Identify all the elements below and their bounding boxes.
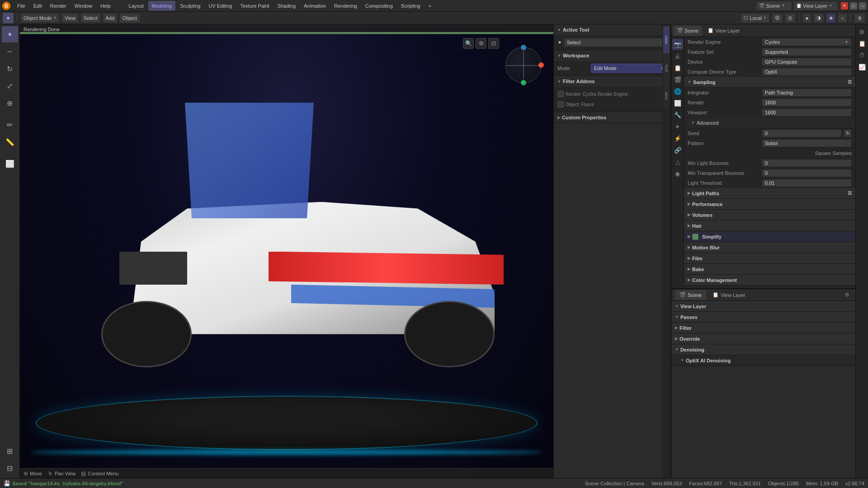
light-threshold-value[interactable]: 0.01 — [762, 179, 852, 187]
snap-btn[interactable]: ⦿ — [772, 13, 783, 23]
close-btn[interactable]: × — [841, 2, 848, 9]
bottom-passes-header[interactable]: ▼ Passes — [671, 312, 855, 323]
prop-icon-object[interactable]: ⬜ — [672, 98, 683, 108]
n-tab-item[interactable]: Item — [663, 82, 670, 109]
n-tab-tool[interactable]: Tool — [663, 54, 670, 81]
add-menu-btn[interactable]: Add — [103, 13, 118, 23]
hair-header[interactable]: ▶ Hair — [684, 221, 855, 231]
workspace-tab-compositing[interactable]: Compositing — [362, 1, 396, 11]
pause-btn[interactable]: ⏸ — [854, 13, 865, 23]
seed-value[interactable]: 0 — [762, 129, 842, 137]
restore-btn[interactable]: □ — [850, 2, 857, 9]
prop-icon-modifier[interactable]: 🔧 — [672, 109, 683, 120]
active-tool-header[interactable]: ▼ Active Tool — [554, 24, 670, 35]
bake-header[interactable]: ▶ Bake — [684, 264, 855, 275]
menu-window[interactable]: Window — [71, 1, 96, 11]
right-icon-timeline[interactable]: ⏱ — [857, 50, 868, 61]
seed-random-btn[interactable]: ↻ — [844, 129, 852, 137]
fluent-checkbox[interactable] — [557, 101, 564, 108]
workspace-tab-layout[interactable]: Layout — [125, 1, 147, 11]
workspace-tab-shading[interactable]: Shading — [274, 1, 299, 11]
tool-extra2[interactable]: ⊟ — [2, 460, 18, 476]
prop-icon-render[interactable]: 📷 — [672, 39, 683, 50]
pattern-value[interactable]: Sobol — [762, 139, 852, 147]
select-tool-btn[interactable]: ✦ — [3, 13, 14, 23]
viewport-samples-value[interactable]: 1600 — [762, 108, 852, 117]
custom-properties-header[interactable]: ▶ Custom Properties — [554, 112, 670, 123]
integrator-value[interactable]: Path Tracing — [762, 89, 852, 97]
prop-icon-physics[interactable]: ⚡ — [672, 133, 683, 144]
shading-material-btn[interactable]: ◑ — [813, 13, 824, 23]
proportional-btn[interactable]: ◎ — [785, 13, 796, 23]
workspace-tab-modeling[interactable]: Modeling — [148, 1, 176, 11]
menu-help[interactable]: Help — [97, 1, 114, 11]
simplify-header[interactable]: ▶ Simplify — [684, 231, 855, 242]
tool-extra1[interactable]: ⊞ — [2, 443, 18, 459]
render-engine-value[interactable]: Cycles ▼ — [762, 38, 852, 46]
volumes-header[interactable]: ▶ Volumes — [684, 210, 855, 221]
right-icon-outliner[interactable]: ⊞ — [857, 26, 868, 37]
viewport-overlays[interactable]: ⊡ — [488, 38, 499, 49]
advanced-header[interactable]: ▼ Advanced — [684, 117, 855, 128]
tool-measure[interactable]: 📏 — [2, 134, 18, 150]
prop-icon-output[interactable]: 🖨 — [672, 51, 683, 61]
shading-solid-btn[interactable]: ● — [802, 13, 812, 23]
viewport-settings[interactable]: ⚙ — [476, 38, 486, 49]
bottom-denoising-header[interactable]: ▼ Denoising — [671, 344, 855, 355]
right-icon-properties[interactable]: 📋 — [857, 38, 868, 49]
prop-icon-scene[interactable]: 🎬 — [672, 74, 683, 85]
shading-rendered-btn[interactable]: ◈ — [826, 13, 836, 23]
performance-header[interactable]: ▶ Performance — [684, 199, 855, 210]
menu-render[interactable]: Render — [47, 1, 70, 11]
viewport-zoom-lock[interactable]: 🔍 — [463, 38, 474, 49]
feature-set-value[interactable]: Supported — [762, 48, 852, 56]
workspace-tab-animation[interactable]: Animation — [300, 1, 330, 11]
select-value[interactable]: Select — [564, 38, 667, 47]
filter-addons-header[interactable]: ▼ Filter Addons — [554, 76, 670, 87]
render-samples-value[interactable]: 1600 — [762, 99, 852, 107]
tool-annotate[interactable]: ✏ — [2, 117, 18, 133]
device-value[interactable]: GPU Compute — [762, 58, 852, 66]
prop-icon-constraints[interactable]: 🔗 — [672, 145, 683, 155]
sampling-options[interactable]: ☰ — [848, 80, 852, 84]
bottom-view-layer-tab[interactable]: 📋 View Layer — [708, 290, 750, 300]
nav-gizmo[interactable] — [501, 42, 546, 88]
workspace-tab-texture-paint[interactable]: Texture Paint — [236, 1, 273, 11]
motion-blur-header[interactable]: ▶ Motion Blur — [684, 242, 855, 253]
view-menu-btn[interactable]: View — [61, 13, 79, 23]
object-menu-btn[interactable]: Object — [119, 13, 140, 23]
tool-cursor[interactable]: ✦ — [2, 26, 18, 42]
shading-eevee-btn[interactable]: ○ — [838, 13, 847, 23]
bottom-panel-settings[interactable]: ⚙ — [843, 291, 852, 300]
compute-type-value[interactable]: OptiX — [762, 68, 852, 76]
mode-selector[interactable]: Object Mode ▼ — [20, 13, 60, 23]
minimize-btn[interactable]: − — [859, 2, 866, 9]
nav-sphere[interactable] — [505, 47, 542, 83]
nav-z-axis[interactable] — [521, 45, 526, 50]
scene-tab[interactable]: 🎬 Scene — [673, 26, 702, 36]
simplify-checkbox[interactable] — [692, 234, 698, 240]
workspace-tab-sculpting[interactable]: Sculpting — [176, 1, 204, 11]
right-icon-graph[interactable]: 📈 — [857, 61, 868, 72]
menu-file[interactable]: File — [14, 1, 29, 11]
viewport[interactable]: Rendering Done 🔍 ⚙ ⊡ ⊕ Move — [20, 24, 553, 478]
mode-value[interactable]: Edit Mode ▼ — [591, 64, 667, 73]
light-paths-options[interactable]: ☰ — [848, 191, 852, 196]
bottom-scene-tab[interactable]: 🎬 Scene — [675, 290, 706, 300]
prop-icon-world[interactable]: 🌐 — [672, 86, 683, 97]
bottom-optix-header[interactable]: ▼ OptiX AI Denoising — [671, 355, 855, 366]
n-tab-view[interactable]: View — [663, 26, 670, 53]
tool-add-cube[interactable]: ⬜ — [2, 155, 18, 172]
select-menu-btn[interactable]: Select — [80, 13, 101, 23]
workspace-tab-rendering[interactable]: Rendering — [330, 1, 361, 11]
film-header[interactable]: ▶ Film — [684, 253, 855, 264]
scene-selector[interactable]: 🎬 Scene ▼ — [756, 1, 792, 11]
tool-move[interactable]: ↔ — [2, 43, 18, 60]
prop-icon-data[interactable]: △ — [672, 156, 683, 167]
sampling-header[interactable]: ▼ Sampling ☰ — [684, 77, 855, 88]
workspace-tab-scripting[interactable]: Scripting — [397, 1, 424, 11]
tool-rotate[interactable]: ↻ — [2, 61, 18, 77]
view-layer-tab[interactable]: 📋 View Layer — [704, 26, 743, 36]
menu-edit[interactable]: Edit — [30, 1, 46, 11]
min-light-bounces-value[interactable]: 0 — [762, 159, 852, 167]
